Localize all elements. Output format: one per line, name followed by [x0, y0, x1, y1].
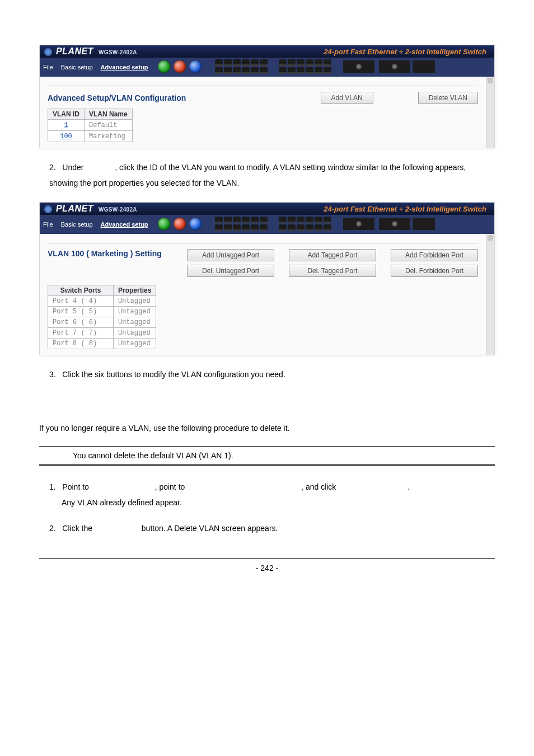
orb-icon [189, 218, 202, 230]
table-row: Port 5 ( 5)Untagged [48, 307, 156, 317]
globe-icon [44, 205, 52, 213]
table-row: 1 Default [48, 120, 133, 131]
sub-step: Any VLAN already defined appear. [62, 495, 485, 510]
port-leds-icon [214, 59, 276, 74]
col-properties: Properties [114, 285, 156, 296]
page-number: - 242 - [256, 564, 278, 572]
brand-tagline: 24-port Fast Ethernet + 2-slot Intellige… [324, 48, 490, 56]
orb-icon [174, 218, 186, 230]
app-header: PLANET WGSW-2402A 24-port Fast Ethernet … [40, 203, 494, 215]
scroll-up-icon[interactable] [488, 78, 493, 83]
step-number: 3. [49, 370, 56, 379]
figure-vlan-setting: PLANET WGSW-2402A 24-port Fast Ethernet … [39, 202, 495, 355]
nav-file[interactable]: File [43, 220, 53, 228]
setup-title: VLAN 100 ( Marketing ) Setting [48, 249, 171, 258]
nav-advanced[interactable]: Advanced setup [101, 220, 148, 228]
table-row: Port 6 ( 6)Untagged [48, 317, 156, 328]
nav-advanced[interactable]: Advanced setup [101, 63, 148, 71]
col-switch-ports: Switch Ports [48, 285, 114, 296]
table-row: Port 8 ( 8)Untagged [48, 339, 156, 349]
table-row: Port 7 ( 7)Untagged [48, 328, 156, 339]
vlan-name: Marketing [89, 133, 125, 140]
panel-body: VLAN 100 ( Marketing ) Setting Add Untag… [40, 234, 486, 355]
del-untagged-port-button[interactable]: Del. Untagged Port [187, 265, 274, 277]
add-tagged-port-button[interactable]: Add Tagged Port [289, 249, 376, 261]
brand-tagline: 24-port Fast Ethernet + 2-slot Intellige… [324, 205, 490, 213]
app-nav-bar: File Basic setup Advanced setup [40, 58, 494, 77]
vlan-table: VLAN ID VLAN Name 1 Default 100 Marketin… [48, 109, 133, 142]
nav-file[interactable]: File [43, 63, 53, 71]
body-paragraph: If you no longer require a VLAN, use the… [39, 420, 485, 436]
port-leds-icon [278, 216, 340, 232]
brand-logo: PLANET WGSW-2402A [44, 204, 137, 214]
orb-icon [158, 218, 170, 230]
note-text: You cannot delete the default VLAN (VLAN… [73, 451, 233, 460]
brand-logo: PLANET WGSW-2402A [44, 46, 137, 57]
del-tagged-port-button[interactable]: Del. Tagged Port [289, 265, 376, 277]
step-number: 1. [49, 482, 56, 491]
add-forbidden-port-button[interactable]: Add Forbidden Port [391, 249, 478, 261]
instruction-step: 3. Click the six buttons to modify the V… [49, 367, 485, 382]
status-led-icon [379, 60, 410, 73]
nav-basic[interactable]: Basic setup [61, 220, 93, 228]
status-led-icon [343, 60, 374, 73]
brand-name: PLANET [56, 204, 93, 213]
setup-title: Advanced Setup/VLAN Configuration [48, 93, 315, 102]
step-number: 2. [49, 163, 56, 172]
instruction-step: 2. Under , click the ID of the VLAN you … [49, 159, 485, 191]
port-leds-icon [278, 59, 340, 74]
add-untagged-port-button[interactable]: Add Untagged Port [187, 249, 274, 261]
scrollbar[interactable] [486, 234, 494, 355]
status-led-icon [343, 218, 374, 230]
figure-vlan-config: PLANET WGSW-2402A 24-port Fast Ethernet … [39, 45, 495, 148]
step-number: 2. [49, 524, 56, 533]
col-vlan-id: VLAN ID [48, 109, 85, 120]
app-nav-bar: File Basic setup Advanced setup [40, 215, 494, 234]
orb-icon [158, 60, 170, 73]
vlan-id-link[interactable]: 1 [64, 121, 68, 129]
port-leds-icon [214, 216, 276, 232]
status-led-icon [379, 218, 410, 230]
brand-name: PLANET [56, 46, 93, 56]
scroll-up-icon[interactable] [488, 235, 493, 241]
nav-basic[interactable]: Basic setup [61, 63, 93, 71]
orb-icon [189, 60, 202, 73]
del-forbidden-port-button[interactable]: Del. Forbidden Port [391, 265, 478, 277]
table-row: 100 Marketing [48, 131, 133, 142]
note-box: You cannot delete the default VLAN (VLAN… [39, 446, 495, 466]
brand-model: WGSW-2402A [99, 49, 137, 55]
col-vlan-name: VLAN Name [85, 109, 133, 120]
panel-body: Advanced Setup/VLAN Configuration Add VL… [40, 77, 486, 148]
scrollbar[interactable] [486, 77, 494, 148]
add-vlan-button[interactable]: Add VLAN [321, 92, 373, 104]
table-row: Port 4 ( 4)Untagged [48, 296, 156, 307]
vlan-id-link[interactable]: 100 [60, 133, 72, 140]
instruction-step: 2. Click the button. A Delete VLAN scree… [49, 520, 485, 536]
orb-icon [174, 60, 186, 73]
delete-vlan-button[interactable]: Delete VLAN [418, 92, 478, 104]
page-footer: - 242 - [39, 558, 495, 572]
instruction-step: 1. Point to , point to , and click . Any… [49, 479, 485, 510]
globe-icon [44, 48, 52, 56]
vlan-name: Default [89, 121, 117, 129]
brand-model: WGSW-2402A [99, 206, 137, 213]
app-header: PLANET WGSW-2402A 24-port Fast Ethernet … [40, 45, 494, 58]
switch-ports-table: Switch Ports Properties Port 4 ( 4)Untag… [48, 285, 156, 349]
